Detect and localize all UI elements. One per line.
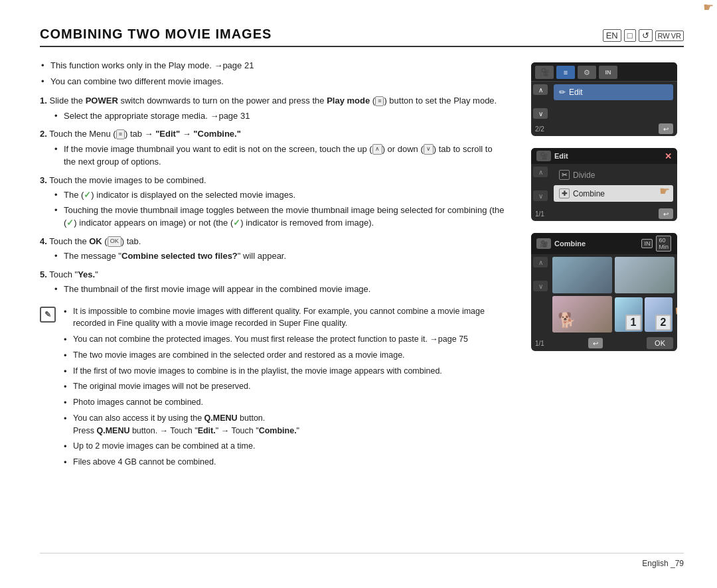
step-1-number: 1. xyxy=(40,96,47,106)
note-9: Files above 4 GB cannot be combined. xyxy=(62,456,505,469)
dog-silhouette-icon: 🐕 xyxy=(558,312,576,329)
badge-1: 1 xyxy=(625,315,641,331)
panel3-cam-icon: 🎥 xyxy=(536,238,551,249)
camera-panel-3: 🎥 Combine IN 60Min ∧ ∨ xyxy=(531,233,677,351)
up-icon: ∧ xyxy=(372,144,382,155)
panel1-back-btn[interactable]: ↩ xyxy=(659,123,673,134)
intro-bullet-1: This function works only in the Play mod… xyxy=(40,59,505,72)
min-indicator: 60Min xyxy=(656,236,671,252)
panel2-bottom: 1/1 ↩ xyxy=(531,206,677,221)
step-5-text: Touch "Yes." xyxy=(49,269,98,279)
panel1-down-btn[interactable]: ∨ xyxy=(533,108,548,119)
page-header: COMBINING TWO MOVIE IMAGES EN □ ↺ RW VR xyxy=(40,27,684,47)
intro-bullet-2: You can combine two different movie imag… xyxy=(40,75,505,88)
panel2-back-btn[interactable]: ↩ xyxy=(659,208,673,219)
note-6: Photo images cannot be combined. xyxy=(62,396,505,409)
step-3-text: Touch the movie images to be combined. xyxy=(49,175,206,185)
panel1-menu: ✏ Edit ☛ xyxy=(550,82,677,121)
panel2-header: 🎥 Edit ✕ xyxy=(531,148,677,164)
main-content: This function works only in the Play mod… xyxy=(40,59,684,553)
note-2: You can not combine the protected images… xyxy=(62,333,505,346)
step-4: 4. Touch the OK (OK) tab. The message "C… xyxy=(40,235,505,263)
panel2-inner: ∧ ∨ ✂ Divide ✚ Combine ☛ xyxy=(531,164,677,206)
panel1-bottom: 2/2 ↩ xyxy=(531,121,677,136)
panel2-page: 1/1 xyxy=(535,210,544,218)
step-4-number: 4. xyxy=(40,236,47,246)
menu-tab-icon[interactable]: ≡ xyxy=(556,66,575,79)
divide-icon: ✂ xyxy=(559,170,570,180)
panel3-header: 🎥 Combine IN 60Min xyxy=(531,233,677,254)
panel2-divide-item[interactable]: ✂ Divide xyxy=(554,167,673,183)
panel3-down-btn[interactable]: ∨ xyxy=(533,281,548,291)
note-box: ✎ It is impossible to combine movie imag… xyxy=(40,303,505,478)
step-2-text: Touch the Menu (≡) tab → "Edit" → "Combi… xyxy=(49,129,241,139)
note-3: The two movie images are combined in the… xyxy=(62,349,505,362)
panel3-back-btn[interactable]: ↩ xyxy=(588,338,603,348)
step-2: 2. Touch the Menu (≡) tab → "Edit" → "Co… xyxy=(40,127,505,169)
thumb-dog[interactable]: 🐕 xyxy=(552,296,612,332)
step-1: 1. Slide the POWER switch downwards to t… xyxy=(40,94,505,122)
play-mode-icon: ≡ xyxy=(375,96,384,107)
rw-vr-icon: RW VR xyxy=(655,31,684,41)
video-tab-icon[interactable]: 🎥 xyxy=(535,66,554,79)
en-icon: EN xyxy=(603,29,621,42)
note-bullets: It is impossible to combine movie images… xyxy=(62,305,505,469)
panel3-page: 1/1 xyxy=(535,340,544,347)
step-4-sub-1: The message "Combine selected two files?… xyxy=(53,250,505,263)
square-icon: □ xyxy=(624,29,636,42)
panel2-combine-item[interactable]: ✚ Combine ☛ xyxy=(554,185,673,202)
combine-icon: ✚ xyxy=(559,188,570,198)
page: COMBINING TWO MOVIE IMAGES EN □ ↺ RW VR … xyxy=(0,0,717,588)
panel2-down-btn[interactable]: ∨ xyxy=(533,190,548,201)
step-1-text: Slide the POWER switch downwards to turn… xyxy=(49,96,497,106)
badge-1-thumb[interactable]: 1 xyxy=(615,297,643,332)
panel3-up-btn[interactable]: ∧ xyxy=(533,257,548,267)
panel3-ok-btn[interactable]: OK xyxy=(647,337,673,349)
step-1-sub-1: Select the appropriate storage media. →p… xyxy=(53,110,505,123)
down-icon: ∨ xyxy=(424,144,434,155)
step-5: 5. Touch "Yes." The thumbnail of the fir… xyxy=(40,268,505,296)
badge-2: 2 xyxy=(655,315,671,331)
step-5-sub-1: The thumbnail of the first movie image w… xyxy=(53,283,505,296)
panel2-nav: ∧ ∨ xyxy=(531,164,550,206)
circle-arrow-icon: ↺ xyxy=(639,29,653,42)
panel2-cam-icon: 🎥 xyxy=(536,151,551,161)
note-5: The original movie images will not be pr… xyxy=(62,380,505,393)
edit-pencil-icon: ✏ xyxy=(559,88,566,97)
note-content: It is impossible to combine movie images… xyxy=(62,305,505,475)
panel3-inner: ∧ ∨ xyxy=(531,254,677,335)
panel1-up-btn[interactable]: ∧ xyxy=(533,84,548,95)
page-number: English _79 xyxy=(642,559,684,568)
settings-tab-icon[interactable]: ⚙ xyxy=(578,66,596,79)
step-3-number: 3. xyxy=(40,175,47,185)
panel1-nav: ∧ ∨ xyxy=(531,82,550,121)
step-4-text: Touch the OK (OK) tab. xyxy=(49,236,141,246)
panel2-close-btn[interactable]: ✕ xyxy=(665,151,672,161)
panel1-inner: ∧ ∨ ✏ Edit ☛ xyxy=(531,82,677,121)
panel3-title: Combine xyxy=(554,240,586,248)
page-footer: English _79 xyxy=(40,553,684,568)
step-3: 3. Touch the movie images to be combined… xyxy=(40,174,505,230)
step-3-sub-1: The (✓) indicator is displayed on the se… xyxy=(53,188,505,202)
header-icon-group: EN □ ↺ RW VR xyxy=(603,29,684,42)
panel1-edit-item[interactable]: ✏ Edit ☛ xyxy=(554,84,673,100)
note-1: It is impossible to combine movie images… xyxy=(62,305,505,331)
panel2-up-btn[interactable]: ∧ xyxy=(533,167,548,177)
panel2-menu: ✂ Divide ✚ Combine ☛ xyxy=(550,164,677,206)
badge-2-thumb[interactable]: 2 xyxy=(645,297,673,332)
step-5-number: 5. xyxy=(40,269,47,279)
in-tab-icon[interactable]: IN xyxy=(599,66,617,79)
text-column: This function works only in the Play mod… xyxy=(40,59,511,553)
thumb-1[interactable] xyxy=(552,257,612,293)
panel3-bottom: 1/1 ↩ OK xyxy=(531,335,677,351)
note-8: Up to 2 movie images can be combined at … xyxy=(62,440,505,453)
step-2-sub-1: If the movie image thumbnail you want to… xyxy=(53,143,505,169)
panel1-page: 2/2 xyxy=(535,125,544,133)
panels-column: 🎥 ≡ ⚙ IN ∧ ∨ ✏ xyxy=(531,59,684,553)
thumb-2[interactable] xyxy=(615,257,675,293)
note-7: You can also access it by using the Q.ME… xyxy=(62,412,505,437)
intro-bullets: This function works only in the Play mod… xyxy=(40,59,505,88)
finger-icon-3: ☛ xyxy=(675,303,677,320)
camera-panel-1: 🎥 ≡ ⚙ IN ∧ ∨ ✏ xyxy=(531,62,677,136)
camera-panel-2: 🎥 Edit ✕ ∧ ∨ ✂ Divide xyxy=(531,148,677,221)
